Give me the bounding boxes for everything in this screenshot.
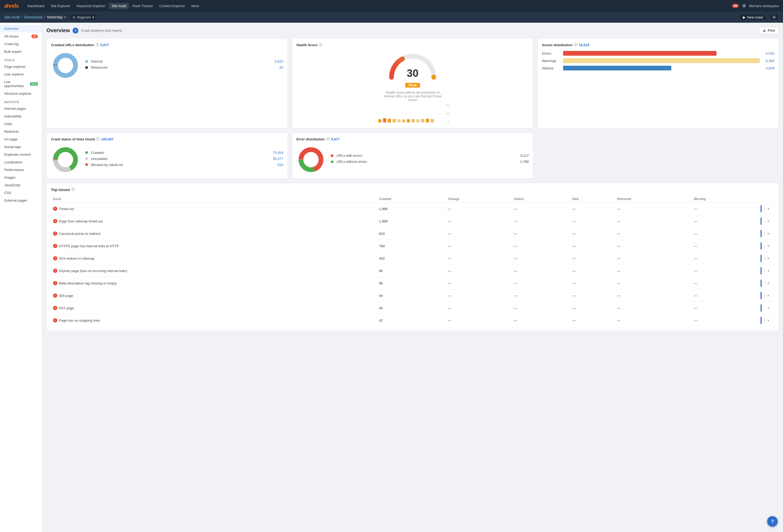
sidebar-item-localization[interactable]: Localization	[0, 158, 42, 166]
issue-removed: —	[615, 252, 692, 265]
issue-expand-button[interactable]: ▾	[768, 207, 769, 211]
sidebar-item-bulk-export[interactable]: Bulk export	[0, 48, 42, 56]
sidebar-item-duplicate-content[interactable]: Duplicate content	[0, 151, 42, 158]
workspace-selector[interactable]: Michal's workspace	[749, 4, 779, 8]
issue-change: —	[446, 302, 512, 314]
issue-actions-cell: ⋮ ▾	[758, 277, 774, 290]
sidebar-item-all-issues[interactable]: All issues 23	[0, 32, 42, 40]
issue-action-buttons: ⋮ ▾	[760, 205, 772, 212]
issue-missing: —	[692, 302, 758, 314]
issue-expand-button[interactable]: ▾	[768, 294, 769, 298]
nav-right-section: 29 🖥 Michal's workspace	[732, 3, 779, 8]
sidebar-item-on-page[interactable]: On page	[0, 135, 42, 143]
legend-uncrawled: Uncrawled 35,477	[85, 157, 283, 161]
issue-expand-button[interactable]: ▾	[768, 256, 769, 261]
issue-mini-bar	[760, 279, 762, 287]
nav-site-audit[interactable]: Site Audit	[109, 3, 129, 9]
issues-distribution-total: 19,519	[579, 43, 590, 47]
issue-missing: —	[692, 277, 758, 290]
notification-badge[interactable]: 29	[732, 4, 739, 8]
health-score-info-icon[interactable]: ⓘ	[319, 43, 322, 47]
issues-table: Issue Crawled Change Added New Removed M…	[51, 196, 774, 326]
all-issues-badge: 23	[31, 35, 38, 38]
sidebar-item-redirects[interactable]: Redirects	[0, 128, 42, 135]
issue-name-text: 404 page	[59, 294, 73, 298]
issue-new: —	[570, 240, 615, 252]
nav-more[interactable]: More	[189, 3, 202, 9]
nav-keywords-explorer[interactable]: Keywords Explorer	[74, 3, 108, 9]
nav-dashboard[interactable]: Dashboard	[25, 3, 47, 9]
new-crawl-button[interactable]: ▶ New crawl	[739, 14, 767, 21]
breadcrumb-date[interactable]: Yesterday	[46, 15, 63, 19]
print-button[interactable]: 🖨 Print	[759, 27, 779, 34]
nav-content-explorer[interactable]: Content Explorer	[157, 3, 188, 9]
sidebar-item-crawl-log[interactable]: Crawl log	[0, 40, 42, 48]
table-row: ! 404 page 44 — — — — — ⋮ ▾	[51, 290, 774, 302]
issue-expand-button[interactable]: ▾	[768, 281, 769, 285]
issue-menu-button[interactable]: ⋮	[763, 219, 766, 223]
issue-added: —	[512, 252, 570, 265]
issue-actions-cell: ⋮ ▾	[758, 265, 774, 277]
sidebar-item-links[interactable]: Links	[0, 120, 42, 128]
uncrawled-count: 35,477	[273, 157, 283, 161]
issue-menu-button[interactable]: ⋮	[763, 231, 766, 236]
issue-menu-button[interactable]: ⋮	[763, 281, 766, 285]
sidebar-item-link-opportunities[interactable]: Link opportunities NEW	[0, 78, 42, 90]
issue-mini-bar	[760, 230, 762, 237]
sidebar-item-internal-pages[interactable]: Internal pages	[0, 105, 42, 112]
sidebar-item-indexability[interactable]: Indexability	[0, 112, 42, 120]
sidebar-item-external-pages[interactable]: External pages	[0, 197, 42, 204]
sidebar-item-page-explorer[interactable]: Page explorer	[0, 63, 42, 70]
issue-menu-button[interactable]: ⋮	[763, 269, 766, 273]
health-score-description: Health Score reflects the proportion of …	[381, 91, 444, 102]
issue-new: —	[570, 203, 615, 215]
sidebar-item-social-tags[interactable]: Social tags	[0, 143, 42, 151]
sidebar-item-structure-explorer[interactable]: Structure explorer	[0, 90, 42, 97]
nav-rank-tracker[interactable]: Rank Tracker	[130, 3, 156, 9]
breadcrumb-site[interactable]: Disneyland	[24, 15, 42, 19]
help-button[interactable]: ?	[767, 516, 778, 527]
crawled-urls-donut	[51, 51, 80, 80]
issue-name-cell: ! Orphan page (has no incoming internal …	[51, 265, 377, 277]
bottom-cards-row: Crawl status of links found ⓘ 109,697	[46, 132, 779, 179]
warnings-bar-wrap	[563, 58, 760, 63]
errors-bar	[563, 51, 717, 56]
date-dropdown-arrow: ▾	[64, 15, 66, 19]
urls-with-errors-count: 4,117	[520, 154, 529, 158]
blocked-count: 816	[278, 163, 283, 167]
issue-menu-button[interactable]: ⋮	[763, 318, 766, 323]
issue-expand-button[interactable]: ▾	[768, 269, 769, 273]
segment-button[interactable]: ⊙ Segment ▾	[69, 14, 98, 21]
main-layout: Overview All issues 23 Crawl log Bulk ex…	[0, 23, 783, 532]
issues-distribution-info-icon[interactable]: ⓘ	[574, 43, 577, 47]
issue-removed: —	[615, 302, 692, 314]
sidebar-item-images[interactable]: Images	[0, 174, 42, 181]
nav-site-explorer[interactable]: Site Explorer	[48, 3, 73, 9]
sidebar-item-link-explorer[interactable]: Link explorer	[0, 70, 42, 78]
sidebar-item-css[interactable]: CSS	[0, 189, 42, 197]
issue-menu-button[interactable]: ⋮	[763, 207, 766, 211]
issue-new: —	[570, 290, 615, 302]
issue-menu-button[interactable]: ⋮	[763, 294, 766, 298]
issue-expand-button[interactable]: ▾	[768, 318, 769, 323]
error-distribution-info-icon[interactable]: ⓘ	[326, 137, 330, 141]
sidebar-item-overview[interactable]: Overview	[0, 25, 42, 32]
issue-expand-button[interactable]: ▾	[768, 244, 769, 248]
issue-menu-button[interactable]: ⋮	[763, 256, 766, 261]
issue-menu-button[interactable]: ⋮	[763, 306, 766, 310]
issue-expand-button[interactable]: ▾	[768, 306, 769, 310]
settings-button[interactable]: ⚙	[770, 13, 779, 21]
issue-expand-button[interactable]: ▾	[768, 219, 769, 223]
top-issues-info-icon[interactable]: ⓘ	[71, 187, 75, 192]
crawl-anatomy-play-button[interactable]	[72, 28, 79, 34]
sidebar-item-performance[interactable]: Performance	[0, 166, 42, 174]
breadcrumb-site-audit[interactable]: Site Audit	[4, 15, 20, 19]
issue-mini-bar	[760, 205, 762, 212]
crawled-urls-info-icon[interactable]: ⓘ	[96, 43, 99, 47]
issue-menu-button[interactable]: ⋮	[763, 244, 766, 248]
crawl-status-info-icon[interactable]: ⓘ	[96, 137, 99, 141]
table-row: ! Page from sitemap timed out 1,989 — — …	[51, 215, 774, 228]
legend-resources: Resources 55	[85, 65, 283, 69]
issue-expand-button[interactable]: ▾	[768, 231, 769, 236]
sidebar-item-javascript[interactable]: JavaScript	[0, 181, 42, 189]
